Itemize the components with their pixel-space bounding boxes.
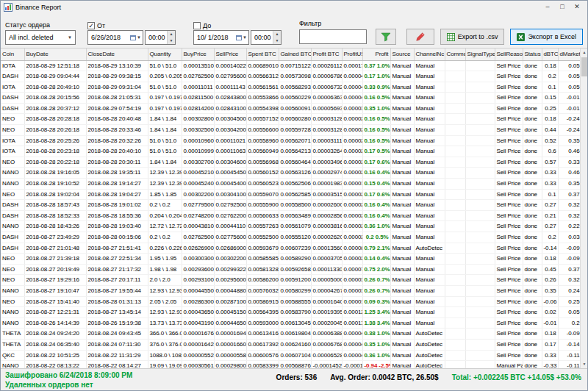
cell-quantity[interactable]: 2.0 \ 2.0 [148, 275, 182, 286]
cell-closedate[interactable]: 2018-08-28 00:15:06 [86, 232, 148, 243]
cell-buydate[interactable]: 2018-08-28 19:16:05 [24, 168, 86, 179]
cell-profit[interactable]: 0.16 0.5% [362, 125, 390, 136]
cell-profit[interactable]: 0.15 0.4% [362, 179, 390, 190]
cell-comment[interactable] [445, 60, 465, 71]
cell-buyprice[interactable]: 0.02762500 [182, 232, 214, 243]
cell-profitusdt[interactable]: 0.00003 [342, 285, 362, 296]
table-row[interactable]: DASH2018-08-28 18:52:332018-08-28 18:55:… [1, 210, 581, 221]
table-row[interactable]: THETA2018-08-24 06:35:402018-08-24 07:11… [1, 339, 581, 350]
apply-filter-button[interactable] [376, 29, 396, 45]
cell-status[interactable]: done [523, 285, 542, 296]
cell-closedate[interactable]: 2018-08-27 19:55:44 [86, 285, 148, 296]
cell-spent-btc[interactable]: 0.00556968 [246, 157, 279, 168]
cell-source[interactable]: Manual [390, 232, 414, 243]
cell-dmarket[interactable]: 0.35 [558, 179, 581, 190]
cell-dmarket[interactable]: 0.32 [558, 275, 581, 286]
cell-profit-btc[interactable]: 0.00006732 [311, 82, 342, 93]
cell-buydate[interactable]: 2018-08-27 15:41:40 [24, 296, 86, 307]
cell-profit[interactable]: 0.16 0.5% [362, 135, 390, 146]
cell-gained-btc[interactable]: 0.00560091 [279, 103, 311, 114]
column-header-channelnc[interactable]: ChannelNc [414, 49, 445, 60]
cell-channelnc[interactable]: Manual [414, 168, 445, 179]
cell-coin[interactable]: NANO [1, 168, 24, 179]
cell-signaltype[interactable] [465, 254, 495, 265]
cell-channelnc[interactable]: Manual [414, 125, 445, 136]
cell-buydate[interactable]: 2018-08-24 06:35:40 [24, 339, 86, 350]
cell-buyprice[interactable]: 0.00043810 [182, 221, 214, 232]
cell-sellreasor[interactable]: Sell Price [495, 232, 523, 243]
cell-source[interactable]: Manual [390, 93, 414, 104]
cell-profit-btc[interactable]: 0.00001640 [311, 296, 342, 307]
cell-buyprice[interactable]: 0.00001676 [182, 329, 214, 340]
cell-channelnc[interactable]: Manual [414, 71, 445, 82]
cell-sellprice[interactable]: 0.00044880 [214, 285, 246, 296]
cell-buyprice[interactable]: 0.00293600 [182, 264, 214, 275]
cell-buydate[interactable]: 2018-08-28 18:57:43 [24, 200, 86, 211]
cell-buydate[interactable]: 2018-08-29 09:04:44 [24, 71, 86, 82]
cell-profit-btc[interactable]: 0.00003705 [311, 254, 342, 265]
table-row[interactable]: NANO2018-08-27 12:21:312018-08-27 13:45:… [1, 307, 581, 318]
cell-profit[interactable]: 0.2 0.5% [362, 232, 390, 243]
cell-comment[interactable] [445, 232, 465, 243]
table-row[interactable]: DASH2018-08-27 21:01:482018-08-27 21:51:… [1, 243, 581, 254]
cell-comment[interactable] [445, 243, 465, 254]
cell-signaltype[interactable] [465, 285, 495, 296]
cell-buyprice[interactable]: 0.00043190 [182, 318, 214, 329]
cell-signaltype[interactable] [465, 125, 495, 136]
cell-profitusdt[interactable]: 0.00004 [342, 93, 362, 104]
cell-sellreasor[interactable]: Sell Price [495, 275, 523, 286]
cell-profit-btc[interactable]: 0.00002620 [311, 232, 342, 243]
cell-dbtc[interactable]: 0.1 [542, 82, 558, 93]
cell-quantity[interactable]: 51.0 \ 51.0 [148, 60, 182, 71]
cell-source[interactable]: Manual [390, 146, 414, 157]
cell-closedate[interactable]: 2018-08-24 09:43:45 [86, 329, 148, 340]
cell-sellreasor[interactable]: Sell Price [495, 114, 523, 125]
table-row[interactable]: NEO2018-08-28 20:22:182018-08-28 20:30:1… [1, 157, 581, 168]
column-header-sellprice[interactable]: SellPrice [214, 49, 246, 60]
cell-signaltype[interactable] [465, 210, 495, 221]
cell-profit[interactable]: 0.17 0.6% [362, 157, 390, 168]
column-header-comment[interactable]: Comment [445, 49, 465, 60]
cell-source[interactable]: Manual [390, 221, 414, 232]
table-row[interactable]: NANO2018-08-22 08:13:222018-08-22 08:14:… [1, 361, 581, 368]
cell-buyprice[interactable]: 0.02626900 [182, 243, 214, 254]
cell-sellprice[interactable]: 0.00304600 [214, 157, 246, 168]
cell-comment[interactable] [445, 339, 465, 350]
cell-status[interactable]: done [523, 125, 542, 136]
from-time-spinner[interactable]: 00:00 ▲▼ [145, 30, 176, 45]
column-header-signaltype[interactable]: SignalType [465, 49, 495, 60]
cell-buyprice[interactable]: 0.00293100 [182, 275, 214, 286]
cell-buydate[interactable]: 2018-08-28 18:43:26 [24, 221, 86, 232]
cell-coin[interactable]: DASH [1, 210, 24, 221]
cell-spent-btc[interactable]: 0.00557152 [246, 114, 279, 125]
cell-dmarket[interactable]: 0.05 [558, 60, 581, 71]
cell-comment[interactable] [445, 82, 465, 93]
cell-sellprice[interactable]: 0.00044110 [214, 221, 246, 232]
cell-comment[interactable] [445, 307, 465, 318]
cell-closedate[interactable]: 2018-08-26 15:19:38 [86, 318, 148, 329]
cell-sellprice[interactable]: 0.02843800 [214, 93, 246, 104]
cell-buyprice[interactable]: 0.00001642 [182, 339, 214, 350]
cell-coin[interactable]: NANO [1, 285, 24, 296]
cell-sellprice[interactable]: 0.00304500 [214, 114, 246, 125]
cell-status[interactable]: done [523, 339, 542, 350]
cell-dbtc[interactable]: -0.14 [542, 243, 558, 254]
cell-profit[interactable]: 1.38 3.4% [362, 318, 390, 329]
cell-signaltype[interactable] [465, 329, 495, 340]
cell-status[interactable]: done [523, 210, 542, 221]
cell-coin[interactable]: DASH [1, 232, 24, 243]
cell-sellprice[interactable]: 0.00011143 [214, 82, 246, 93]
column-header-source[interactable]: Source [390, 49, 414, 60]
cell-coin[interactable]: IOTA [1, 135, 24, 146]
cell-signaltype[interactable] [465, 264, 495, 275]
cell-buyprice[interactable]: 0.00302800 [182, 114, 214, 125]
cell-coin[interactable]: NANO [1, 179, 24, 190]
cell-status[interactable]: done [523, 221, 542, 232]
cell-profit[interactable]: 0.16 0.4% [362, 200, 390, 211]
cell-coin[interactable]: NEO [1, 254, 24, 265]
cell-status[interactable]: done [523, 146, 542, 157]
edit-button[interactable] [406, 29, 434, 45]
cell-profitusdt[interactable]: 0.00002 [342, 210, 362, 221]
cell-sellprice[interactable]: 0.00299322 [214, 264, 246, 275]
cell-profit-btc[interactable]: 0.00003128 [311, 125, 342, 136]
